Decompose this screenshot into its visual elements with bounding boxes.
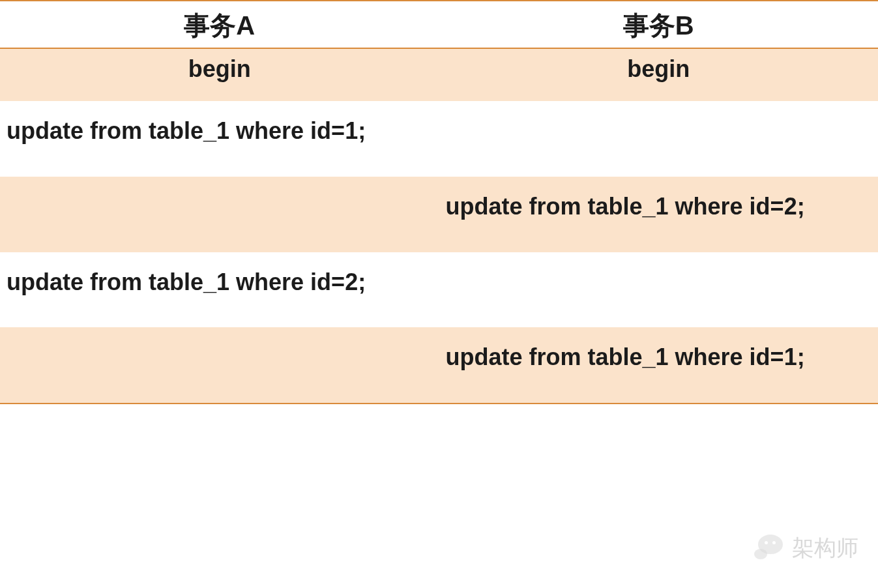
cell-b-step3: [439, 252, 879, 328]
col-header-b: 事务B: [439, 1, 879, 48]
cell-b-step4: update from table_1 where id=1;: [439, 327, 879, 404]
table-row: update from table_1 where id=2;: [0, 252, 878, 328]
table-row: update from table_1 where id=1;: [0, 101, 878, 177]
cell-a-step3: update from table_1 where id=2;: [0, 252, 439, 328]
watermark: 架构师: [754, 533, 858, 563]
cell-b-begin: begin: [439, 48, 879, 101]
table-row: update from table_1 where id=2;: [0, 177, 878, 252]
wechat-icon: [754, 535, 785, 562]
table-header-row: 事务A 事务B: [0, 1, 878, 48]
cell-a-step1: update from table_1 where id=1;: [0, 101, 439, 177]
cell-b-step1: [439, 101, 879, 177]
table-row: begin begin: [0, 48, 878, 101]
col-header-a: 事务A: [0, 1, 439, 48]
transaction-table: 事务A 事务B begin begin update from table_1 …: [0, 0, 878, 404]
cell-a-begin: begin: [0, 48, 439, 101]
table-row: update from table_1 where id=1;: [0, 327, 878, 404]
cell-a-step4: [0, 327, 439, 404]
cell-a-step2: [0, 177, 439, 252]
watermark-label: 架构师: [792, 533, 858, 563]
cell-b-step2: update from table_1 where id=2;: [439, 177, 879, 252]
